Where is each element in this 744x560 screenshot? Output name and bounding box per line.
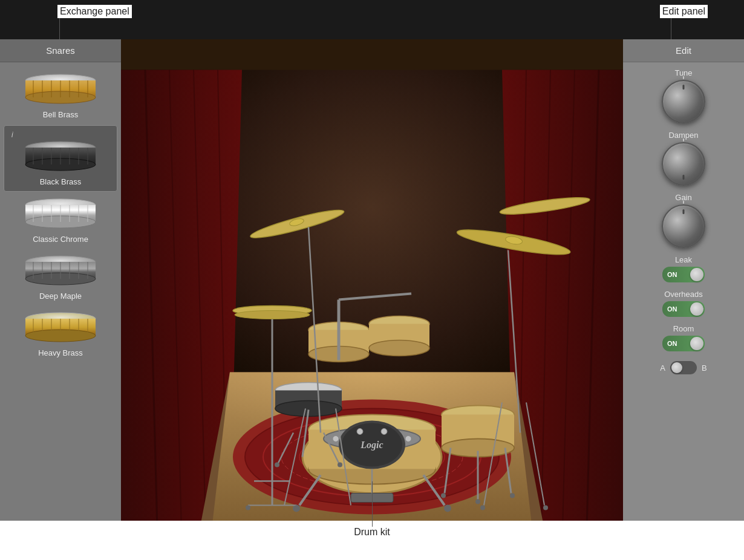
leak-toggle-text: ON	[667, 271, 677, 278]
snare-label-deep-maple: Deep Maple	[39, 291, 82, 301]
edit-panel-line	[671, 18, 671, 39]
svg-point-101	[235, 311, 310, 319]
deep-maple-drum-svg	[21, 255, 100, 288]
snares-list: Bell Brass i	[0, 62, 121, 560]
exchange-panel-line	[59, 18, 60, 39]
svg-point-80	[510, 493, 515, 498]
snare-label-black-brass: Black Brass	[40, 177, 82, 186]
overheads-section: Overheads ON	[633, 290, 734, 317]
gain-knob-indicator	[683, 209, 685, 214]
exchange-panel-annotation: Exchange panel	[57, 5, 132, 18]
snare-item-deep-maple[interactable]: Deep Maple	[4, 250, 117, 305]
dampen-knob-indicator	[683, 175, 685, 180]
annotation-area: Exchange panel Edit panel	[0, 0, 744, 39]
svg-point-65	[357, 429, 363, 435]
svg-point-113	[543, 506, 548, 510]
snare-image-bell-brass	[21, 73, 100, 106]
gain-section: Gain	[633, 193, 734, 248]
classic-chrome-drum-svg	[21, 198, 100, 231]
tune-section: Tune	[633, 68, 734, 123]
overheads-toggle-thumb	[690, 302, 703, 316]
tune-knob[interactable]	[662, 80, 705, 123]
room-toggle-thumb	[690, 337, 703, 350]
snare-item-black-brass[interactable]: i	[4, 125, 117, 192]
edit-panel-annotation: Edit panel	[660, 5, 708, 18]
leak-toggle[interactable]: ON	[662, 267, 705, 282]
snare-image-black-brass	[21, 140, 100, 174]
tune-knob-indicator	[683, 85, 685, 90]
overheads-toggle-text: ON	[667, 305, 677, 313]
edit-controls: Tune Dampen	[623, 62, 744, 560]
tune-knob-container	[662, 80, 705, 123]
black-brass-drum-svg	[21, 140, 100, 174]
svg-point-67	[405, 436, 411, 442]
snares-header: Snares	[0, 39, 121, 62]
svg-point-86	[369, 340, 429, 356]
leak-toggle-thumb	[690, 268, 703, 281]
snare-item-heavy-brass[interactable]: Heavy Brass	[4, 307, 117, 362]
snare-item-bell-brass[interactable]: Bell Brass	[4, 68, 117, 124]
snare-image-deep-maple	[21, 255, 100, 288]
dampen-knob-container	[662, 142, 705, 186]
room-toggle-text: ON	[667, 340, 677, 347]
snare-label-heavy-brass: Heavy Brass	[38, 348, 83, 357]
drum-kit-label: Drum kit	[354, 527, 390, 537]
snares-panel: Snares	[0, 39, 121, 560]
snare-label-classic-chrome: Classic Chrome	[33, 235, 88, 244]
snare-image-classic-chrome	[21, 198, 100, 231]
svg-point-99	[294, 506, 299, 510]
svg-point-98	[246, 506, 250, 510]
drum-kit-annotation: Drum kit	[354, 527, 390, 538]
info-badge-black-brass[interactable]: i	[11, 131, 13, 139]
svg-point-112	[480, 506, 485, 510]
room-toggle[interactable]: ON	[662, 336, 705, 351]
drum-kit-annotation-line	[372, 481, 373, 527]
dampen-section: Dampen	[633, 131, 734, 186]
gain-knob[interactable]	[662, 204, 705, 248]
room-section: Room ON	[633, 324, 734, 351]
svg-point-66	[381, 429, 387, 435]
tune-tick	[683, 76, 684, 79]
svg-text:Logic: Logic	[360, 440, 383, 451]
heavy-brass-drum-svg	[21, 311, 100, 345]
svg-point-79	[475, 500, 480, 504]
ab-thumb	[671, 362, 682, 373]
ab-section: A B	[633, 361, 734, 374]
svg-point-78	[441, 493, 446, 498]
a-label: A	[660, 363, 665, 373]
ab-toggle[interactable]	[670, 361, 697, 374]
dampen-knob[interactable]	[662, 142, 705, 186]
gain-tick	[683, 201, 684, 204]
snare-item-classic-chrome[interactable]: Classic Chrome	[4, 193, 117, 249]
svg-point-71	[444, 505, 451, 512]
gain-knob-container	[662, 204, 705, 248]
snare-label-bell-brass: Bell Brass	[43, 110, 79, 119]
bottom-annotation-area: Drum kit	[0, 521, 744, 560]
svg-point-93	[275, 463, 279, 467]
bell-brass-drum-svg	[21, 73, 100, 106]
svg-point-64	[333, 436, 339, 442]
edit-panel: Edit Tune Dampen	[623, 39, 744, 560]
room-label: Room	[673, 324, 694, 333]
snare-image-heavy-brass	[21, 311, 100, 345]
dampen-tick	[683, 138, 684, 142]
leak-label: Leak	[675, 255, 692, 264]
overheads-toggle[interactable]: ON	[662, 301, 705, 317]
overheads-label: Overheads	[664, 290, 703, 299]
leak-section: Leak ON	[633, 255, 734, 282]
svg-point-94	[338, 463, 342, 467]
b-label: B	[702, 363, 707, 373]
edit-header: Edit	[623, 39, 744, 62]
